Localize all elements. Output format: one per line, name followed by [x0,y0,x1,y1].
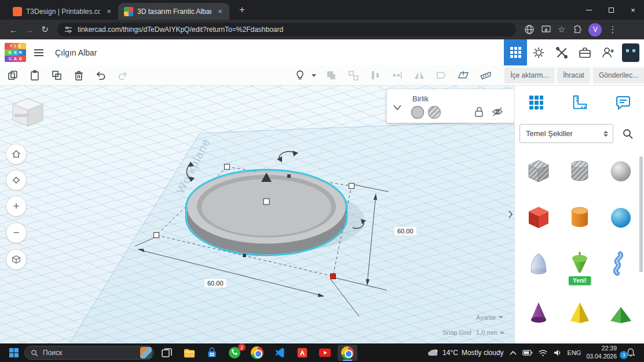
collapse-chevron-icon[interactable] [393,104,402,111]
shape-tile-scribble[interactable] [602,243,640,285]
mirror-icon[interactable] [414,70,425,81]
dimension-value[interactable]: 60.00 [204,279,226,287]
view-cube[interactable]: RIGHT [9,96,46,130]
back-button[interactable]: ← [6,22,21,38]
hide-eye-icon[interactable] [491,105,504,118]
shape-tile-paraboloid[interactable] [519,243,558,285]
new-tab-button[interactable]: + [235,4,249,16]
extensions-icon[interactable] [572,24,582,35]
scale-handle[interactable] [154,233,159,238]
edge-handle[interactable] [243,254,246,257]
active-scale-handle[interactable] [331,274,336,279]
shape-tile-roof[interactable] [602,292,640,334]
distribute-icon[interactable] [391,70,403,81]
perspective-toggle-button[interactable] [6,249,27,270]
kit-button[interactable] [573,39,597,65]
show-all-dropdown-icon[interactable] [312,74,316,77]
task-view-button[interactable] [157,345,177,361]
import-button[interactable]: İçe aktarm... [504,68,554,83]
whatsapp-button[interactable]: 2 [225,345,244,361]
address-bar[interactable]: tinkercad.com/things/dTeDwAIYKpQ/edit?re… [57,23,516,36]
viewport-3d[interactable]: Workplane [0,86,514,343]
taskbar-clock[interactable]: 22:39 03.04.2026 [586,345,617,360]
paste-icon[interactable] [29,70,41,81]
send-button[interactable]: Gönderilec... [593,68,644,83]
cylinder-shape[interactable] [186,170,347,255]
menu-hamburger-icon[interactable] [34,49,43,56]
hole-swatch[interactable] [429,107,441,119]
export-button[interactable]: İhracat [557,68,590,83]
file-explorer-button[interactable] [180,345,199,361]
vscode-button[interactable] [270,345,290,361]
group-icon[interactable] [325,70,337,81]
shape-tile-pyramid[interactable] [561,292,599,334]
redo-icon[interactable] [117,70,129,81]
site-settings-icon[interactable] [64,25,72,34]
sidebar-scrollbar[interactable] [639,156,643,272]
center-handle[interactable] [264,199,269,204]
red-app-button[interactable] [292,345,312,361]
profile-avatar[interactable]: V [588,23,602,36]
notes-tool-button[interactable] [601,86,644,119]
sim-lab-button[interactable] [527,39,550,65]
hidden-icons-chevron[interactable] [509,350,517,356]
battery-icon[interactable] [522,349,533,357]
window-maximize-button[interactable] [600,0,622,20]
show-all-icon[interactable] [294,70,306,81]
shape-tile-spinning-top[interactable]: Yeni! [561,243,599,285]
taskbar-search[interactable]: Поиск [24,346,154,360]
solid-swatch[interactable] [412,107,424,119]
tinkercad-logo[interactable]: TIN KER CAD [5,43,26,62]
forward-button[interactable]: → [21,22,37,38]
ruler-tool-button[interactable] [558,86,602,119]
delete-icon[interactable] [73,70,85,81]
store-button[interactable] [202,345,222,361]
tab-close-icon[interactable]: × [215,7,225,16]
ruler-icon[interactable] [480,70,491,81]
window-close-button[interactable]: × [622,0,644,20]
install-icon[interactable] [541,24,551,35]
scale-handle[interactable] [349,184,354,189]
shape-search-button[interactable] [620,126,635,141]
shape-tile-half-sphere[interactable] [602,151,640,192]
window-minimize-button[interactable] [578,0,600,20]
chrome-active-button[interactable] [338,345,357,361]
browser-tab-printables[interactable]: T3Design | Printables.com × [7,3,118,20]
shape-tile-hole-cylinder[interactable] [561,151,599,192]
snap-grid-select[interactable]: 1,0 mm [476,329,504,336]
notification-center-button[interactable]: 3 [622,345,639,360]
annotate-icon[interactable] [436,70,447,81]
lock-icon[interactable] [473,105,485,118]
sidebar-collapse-handle[interactable] [506,206,514,222]
bookmark-star-icon[interactable]: ☆ [558,24,565,35]
undo-icon[interactable] [95,70,107,81]
home-view-button[interactable] [6,144,27,164]
account-avatar[interactable] [622,43,639,62]
youtube-button[interactable] [315,345,335,361]
shapes-panel-button[interactable] [515,86,558,119]
duplicate-icon[interactable] [51,70,63,81]
edge-handle[interactable] [287,174,291,178]
tools-button[interactable] [550,39,573,65]
shape-category-select[interactable]: Temel Şekiller [519,124,613,143]
zoom-out-button[interactable]: − [6,222,27,243]
settings-dropdown[interactable]: Ayarlar [476,314,503,321]
tab-close-icon[interactable]: × [104,7,114,16]
align-icon[interactable] [369,70,381,81]
start-button[interactable] [9,348,19,357]
language-indicator[interactable]: ENG [568,349,581,356]
workplane-icon[interactable] [458,70,469,81]
browser-tab-tinkercad[interactable]: 3D tasarım Frantic Albar - Tink × [118,3,229,20]
invite-button[interactable] [597,39,620,65]
browser-menu-icon[interactable]: ⋮ [608,24,617,35]
weather-widget[interactable]: 14°C Mostly cloudy [427,348,504,357]
fit-view-button[interactable] [6,170,27,191]
shape-tile-hole-box[interactable] [519,151,558,192]
translate-icon[interactable] [524,24,535,35]
design-title[interactable]: Çılgın Albar [55,48,97,57]
shape-tile-box[interactable] [519,197,558,239]
wifi-icon[interactable] [538,349,548,357]
shape-tile-cylinder[interactable] [561,197,599,239]
shape-tile-cone[interactable] [519,292,558,334]
reload-button[interactable]: ↻ [37,22,53,38]
